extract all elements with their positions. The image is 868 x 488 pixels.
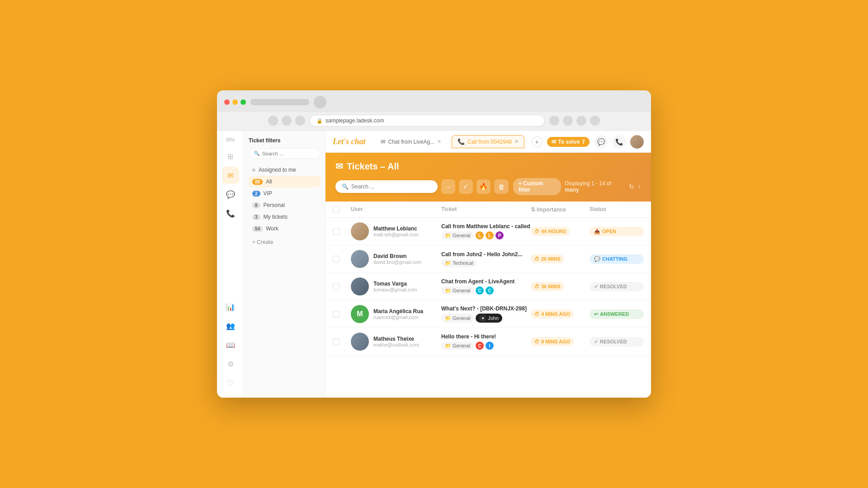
priority-icon[interactable]: 🔥 bbox=[476, 179, 491, 194]
tab-call[interactable]: 📞 Call from 0042948 ✕ bbox=[452, 135, 524, 148]
tickets-search[interactable]: 🔍 bbox=[335, 180, 438, 193]
tab-chat[interactable]: ✉ Chat from LiveAg... ✕ bbox=[375, 135, 448, 148]
filter-work-badge: 54 bbox=[252, 226, 263, 232]
maximize-button[interactable] bbox=[241, 99, 246, 105]
tag-general: 📁General bbox=[441, 231, 474, 239]
row1-user: Matthew Leblanc matt.leb@gmail.com bbox=[351, 222, 441, 240]
folder-icon: 📁 bbox=[445, 288, 451, 294]
menu-button[interactable] bbox=[576, 116, 586, 126]
filter-mytickets[interactable]: 3 My tickets bbox=[249, 211, 321, 223]
filter-assigned[interactable]: Assigned to me bbox=[249, 164, 321, 176]
header-status: Status bbox=[590, 206, 644, 213]
sidebar-item-book[interactable]: 📖 bbox=[222, 336, 239, 353]
create-label: + Create bbox=[252, 239, 273, 245]
sidebar-percent: 30% bbox=[226, 137, 235, 142]
row1-status: 📤 OPEN bbox=[590, 227, 644, 236]
table-row[interactable]: M Maria Angélica Rua ruanceli@gmail.com … bbox=[326, 300, 651, 328]
tab-call-close[interactable]: ✕ bbox=[514, 139, 519, 145]
resolve-icon[interactable]: ✓ bbox=[459, 179, 473, 194]
back-button[interactable] bbox=[268, 116, 278, 126]
row4-ticket-tags: 📁General ● John bbox=[441, 314, 531, 323]
assign-icon[interactable]: → bbox=[441, 179, 455, 194]
sidebar-item-settings[interactable]: ⚙ bbox=[222, 355, 239, 372]
filter-mytickets-label: My tickets bbox=[264, 214, 288, 220]
row2-checkbox[interactable] bbox=[333, 256, 351, 263]
to-solve-button[interactable]: ✉ To solve 7 bbox=[547, 137, 590, 147]
tickets-search-input[interactable] bbox=[351, 183, 431, 190]
email-icon: ✉ bbox=[552, 139, 556, 145]
table-row[interactable]: Matthew Leblanc matt.leb@gmail.com Call … bbox=[326, 218, 651, 245]
row3-ticket: Chat from Agent - LiveAgent 📁General C C bbox=[441, 278, 531, 295]
row1-user-name: Matthew Leblanc bbox=[373, 225, 419, 232]
sidebar-item-users[interactable]: 👥 bbox=[222, 317, 239, 334]
filter-search-input[interactable] bbox=[262, 151, 316, 156]
address-text: samplepage.ladesk.com bbox=[326, 117, 384, 124]
filter-search[interactable]: 🔍 bbox=[249, 148, 321, 159]
minimize-button[interactable] bbox=[232, 99, 238, 105]
custom-filter-button[interactable]: + Custom filter bbox=[513, 178, 561, 195]
sidebar-item-reports[interactable]: 📊 bbox=[222, 298, 239, 315]
row4-checkbox[interactable] bbox=[333, 311, 351, 318]
extensions-button[interactable] bbox=[549, 116, 559, 126]
filter-work[interactable]: 54 Work bbox=[249, 223, 321, 235]
chat-status-button[interactable]: 💬 bbox=[594, 135, 608, 149]
row5-ticket-title: Hello there - Hi there! bbox=[441, 333, 531, 340]
phone-status-button[interactable]: 📞 bbox=[612, 135, 626, 149]
filter-all-badge: 88 bbox=[252, 179, 263, 185]
filter-dot bbox=[252, 169, 255, 172]
table-row[interactable]: Matheus Theixe mathe@outlook.com Hello t… bbox=[326, 328, 651, 356]
table-header: User Ticket ⇅ Importance Status bbox=[326, 202, 651, 218]
tab-chat-close[interactable]: ✕ bbox=[437, 139, 441, 145]
table-row[interactable]: Tomas Varga tomasv@gmail.com Chat from A… bbox=[326, 273, 651, 300]
profile-button[interactable] bbox=[563, 116, 573, 126]
filter-personal[interactable]: 8 Personal bbox=[249, 199, 321, 211]
tag-c1: C bbox=[476, 286, 484, 295]
sidebar-item-favorites[interactable]: ♡ bbox=[222, 374, 239, 391]
row5-importance: ⏱ 9 MINS AGO bbox=[531, 337, 590, 346]
address-bar-container: 🔒 samplepage.ladesk.com bbox=[217, 112, 651, 131]
filter-personal-label: Personal bbox=[264, 202, 285, 208]
close-button[interactable] bbox=[224, 99, 230, 105]
reload-button[interactable] bbox=[295, 116, 305, 126]
row5-ticket: Hello there - Hi there! 📁General C I bbox=[441, 333, 531, 350]
row3-user: Tomas Varga tomasv@gmail.com bbox=[351, 277, 441, 296]
row1-checkbox[interactable] bbox=[333, 228, 351, 235]
sidebar-item-phone[interactable]: 📞 bbox=[222, 205, 239, 222]
row2-user-name: David Brown bbox=[373, 253, 422, 259]
sidebar-item-email[interactable]: ✉ bbox=[222, 167, 239, 184]
row1-importance-badge: ⏱ 44 HOURS bbox=[531, 227, 570, 236]
forward-button[interactable] bbox=[282, 116, 292, 126]
tab-call-label: Call from 0042948 bbox=[467, 139, 512, 145]
refresh-button[interactable]: ↻ bbox=[629, 183, 634, 190]
row2-status-badge: 💬 CHATTING bbox=[590, 254, 644, 264]
tickets-section: ✉ Tickets – All 🔍 → ✓ 🔥 🗑 + Custom filte… bbox=[326, 153, 651, 202]
row3-checkbox[interactable] bbox=[333, 283, 351, 290]
filter-all[interactable]: 88 All bbox=[249, 176, 321, 188]
row3-status-badge: ✓ RESOLVED bbox=[590, 282, 644, 291]
header-checkbox[interactable] bbox=[333, 206, 351, 213]
row2-avatar bbox=[351, 250, 369, 268]
to-solve-label: To solve bbox=[558, 139, 580, 145]
user-avatar-button[interactable] bbox=[630, 135, 644, 149]
tag-l1: L bbox=[476, 231, 484, 239]
row5-checkbox[interactable] bbox=[333, 338, 351, 345]
settings-browser-button[interactable] bbox=[590, 116, 600, 126]
delete-icon[interactable]: 🗑 bbox=[494, 179, 508, 194]
export-button[interactable]: ↑ bbox=[638, 183, 641, 190]
sidebar-item-chat[interactable]: 💬 bbox=[222, 186, 239, 203]
create-button[interactable]: + Create bbox=[249, 236, 321, 248]
tab-chat-label: Chat from LiveAg... bbox=[388, 139, 435, 145]
sort-icon[interactable]: ⇅ bbox=[531, 206, 535, 213]
filter-vip[interactable]: 2 VIP bbox=[249, 188, 321, 199]
sidebar-item-dashboard[interactable]: ⊞ bbox=[222, 148, 239, 165]
row2-ticket-title: Call from John2 - Hello John2... bbox=[441, 251, 531, 258]
row2-user-email: david.bro@gmail.com bbox=[373, 259, 422, 265]
row3-importance-badge: ⏱ 36 MINS bbox=[531, 282, 564, 291]
table-row[interactable]: David Brown david.bro@gmail.com Call fro… bbox=[326, 245, 651, 273]
browser-new-tab[interactable] bbox=[314, 96, 326, 108]
address-input[interactable]: 🔒 samplepage.ladesk.com bbox=[310, 115, 545, 127]
row4-status-badge: ↩ ANSWERED bbox=[590, 310, 644, 319]
add-tab-button[interactable]: + bbox=[532, 136, 542, 147]
search-tickets-icon: 🔍 bbox=[342, 183, 349, 190]
tag-general: 📁General bbox=[441, 342, 474, 350]
